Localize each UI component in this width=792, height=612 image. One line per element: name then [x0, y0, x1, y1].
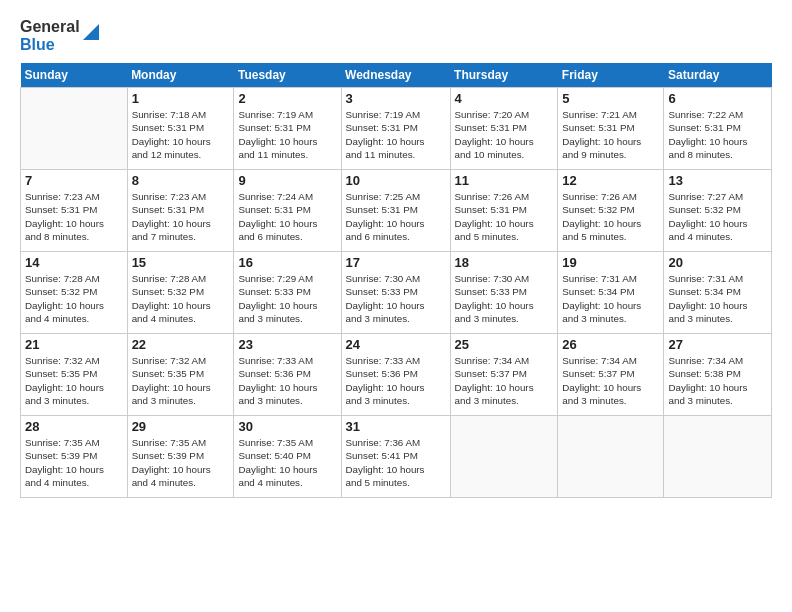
day-info: Sunrise: 7:19 AMSunset: 5:31 PMDaylight:…	[238, 108, 336, 161]
day-number: 25	[455, 337, 554, 352]
day-number: 19	[562, 255, 659, 270]
calendar-cell: 27Sunrise: 7:34 AMSunset: 5:38 PMDayligh…	[664, 334, 772, 416]
calendar-cell: 9Sunrise: 7:24 AMSunset: 5:31 PMDaylight…	[234, 170, 341, 252]
day-info: Sunrise: 7:18 AMSunset: 5:31 PMDaylight:…	[132, 108, 230, 161]
day-number: 1	[132, 91, 230, 106]
calendar-week-row: 28Sunrise: 7:35 AMSunset: 5:39 PMDayligh…	[21, 416, 772, 498]
weekday-header-monday: Monday	[127, 63, 234, 88]
logo: GeneralBlue	[20, 18, 99, 53]
day-info: Sunrise: 7:34 AMSunset: 5:38 PMDaylight:…	[668, 354, 767, 407]
day-info: Sunrise: 7:24 AMSunset: 5:31 PMDaylight:…	[238, 190, 336, 243]
calendar-cell	[558, 416, 664, 498]
day-number: 2	[238, 91, 336, 106]
day-number: 13	[668, 173, 767, 188]
calendar-cell: 23Sunrise: 7:33 AMSunset: 5:36 PMDayligh…	[234, 334, 341, 416]
calendar-week-row: 14Sunrise: 7:28 AMSunset: 5:32 PMDayligh…	[21, 252, 772, 334]
calendar-cell: 26Sunrise: 7:34 AMSunset: 5:37 PMDayligh…	[558, 334, 664, 416]
calendar-cell: 19Sunrise: 7:31 AMSunset: 5:34 PMDayligh…	[558, 252, 664, 334]
calendar-cell: 6Sunrise: 7:22 AMSunset: 5:31 PMDaylight…	[664, 88, 772, 170]
day-number: 8	[132, 173, 230, 188]
day-info: Sunrise: 7:23 AMSunset: 5:31 PMDaylight:…	[25, 190, 123, 243]
calendar-cell: 11Sunrise: 7:26 AMSunset: 5:31 PMDayligh…	[450, 170, 558, 252]
calendar-cell	[664, 416, 772, 498]
day-number: 9	[238, 173, 336, 188]
calendar-cell: 15Sunrise: 7:28 AMSunset: 5:32 PMDayligh…	[127, 252, 234, 334]
day-number: 10	[346, 173, 446, 188]
day-number: 21	[25, 337, 123, 352]
day-info: Sunrise: 7:34 AMSunset: 5:37 PMDaylight:…	[562, 354, 659, 407]
day-number: 12	[562, 173, 659, 188]
logo-triangle	[83, 24, 99, 44]
day-number: 17	[346, 255, 446, 270]
day-info: Sunrise: 7:28 AMSunset: 5:32 PMDaylight:…	[132, 272, 230, 325]
calendar-cell: 14Sunrise: 7:28 AMSunset: 5:32 PMDayligh…	[21, 252, 128, 334]
day-number: 28	[25, 419, 123, 434]
calendar-cell: 8Sunrise: 7:23 AMSunset: 5:31 PMDaylight…	[127, 170, 234, 252]
day-number: 3	[346, 91, 446, 106]
weekday-header-saturday: Saturday	[664, 63, 772, 88]
calendar-week-row: 1Sunrise: 7:18 AMSunset: 5:31 PMDaylight…	[21, 88, 772, 170]
calendar-table: SundayMondayTuesdayWednesdayThursdayFrid…	[20, 63, 772, 498]
calendar-cell: 7Sunrise: 7:23 AMSunset: 5:31 PMDaylight…	[21, 170, 128, 252]
calendar-cell: 2Sunrise: 7:19 AMSunset: 5:31 PMDaylight…	[234, 88, 341, 170]
day-info: Sunrise: 7:22 AMSunset: 5:31 PMDaylight:…	[668, 108, 767, 161]
day-info: Sunrise: 7:35 AMSunset: 5:39 PMDaylight:…	[132, 436, 230, 489]
day-info: Sunrise: 7:28 AMSunset: 5:32 PMDaylight:…	[25, 272, 123, 325]
day-info: Sunrise: 7:26 AMSunset: 5:32 PMDaylight:…	[562, 190, 659, 243]
svg-marker-0	[83, 24, 99, 40]
day-info: Sunrise: 7:30 AMSunset: 5:33 PMDaylight:…	[346, 272, 446, 325]
calendar-cell: 5Sunrise: 7:21 AMSunset: 5:31 PMDaylight…	[558, 88, 664, 170]
calendar-cell: 1Sunrise: 7:18 AMSunset: 5:31 PMDaylight…	[127, 88, 234, 170]
calendar-cell: 31Sunrise: 7:36 AMSunset: 5:41 PMDayligh…	[341, 416, 450, 498]
weekday-header-wednesday: Wednesday	[341, 63, 450, 88]
calendar-cell: 25Sunrise: 7:34 AMSunset: 5:37 PMDayligh…	[450, 334, 558, 416]
day-number: 18	[455, 255, 554, 270]
day-number: 24	[346, 337, 446, 352]
weekday-header-tuesday: Tuesday	[234, 63, 341, 88]
day-number: 30	[238, 419, 336, 434]
calendar-cell: 17Sunrise: 7:30 AMSunset: 5:33 PMDayligh…	[341, 252, 450, 334]
weekday-header-sunday: Sunday	[21, 63, 128, 88]
day-number: 20	[668, 255, 767, 270]
weekday-header-thursday: Thursday	[450, 63, 558, 88]
calendar-cell: 3Sunrise: 7:19 AMSunset: 5:31 PMDaylight…	[341, 88, 450, 170]
calendar-cell: 18Sunrise: 7:30 AMSunset: 5:33 PMDayligh…	[450, 252, 558, 334]
day-info: Sunrise: 7:19 AMSunset: 5:31 PMDaylight:…	[346, 108, 446, 161]
calendar-cell: 13Sunrise: 7:27 AMSunset: 5:32 PMDayligh…	[664, 170, 772, 252]
day-info: Sunrise: 7:20 AMSunset: 5:31 PMDaylight:…	[455, 108, 554, 161]
day-number: 23	[238, 337, 336, 352]
day-number: 16	[238, 255, 336, 270]
day-info: Sunrise: 7:30 AMSunset: 5:33 PMDaylight:…	[455, 272, 554, 325]
calendar-cell: 24Sunrise: 7:33 AMSunset: 5:36 PMDayligh…	[341, 334, 450, 416]
calendar-cell: 30Sunrise: 7:35 AMSunset: 5:40 PMDayligh…	[234, 416, 341, 498]
day-info: Sunrise: 7:27 AMSunset: 5:32 PMDaylight:…	[668, 190, 767, 243]
calendar-header-row: SundayMondayTuesdayWednesdayThursdayFrid…	[21, 63, 772, 88]
day-info: Sunrise: 7:23 AMSunset: 5:31 PMDaylight:…	[132, 190, 230, 243]
calendar-cell: 22Sunrise: 7:32 AMSunset: 5:35 PMDayligh…	[127, 334, 234, 416]
day-number: 14	[25, 255, 123, 270]
day-number: 15	[132, 255, 230, 270]
calendar-week-row: 7Sunrise: 7:23 AMSunset: 5:31 PMDaylight…	[21, 170, 772, 252]
day-number: 27	[668, 337, 767, 352]
day-number: 11	[455, 173, 554, 188]
day-number: 26	[562, 337, 659, 352]
header: GeneralBlue	[20, 18, 772, 53]
day-info: Sunrise: 7:36 AMSunset: 5:41 PMDaylight:…	[346, 436, 446, 489]
day-number: 31	[346, 419, 446, 434]
day-info: Sunrise: 7:35 AMSunset: 5:39 PMDaylight:…	[25, 436, 123, 489]
day-info: Sunrise: 7:26 AMSunset: 5:31 PMDaylight:…	[455, 190, 554, 243]
logo-text: GeneralBlue	[20, 18, 80, 53]
day-info: Sunrise: 7:33 AMSunset: 5:36 PMDaylight:…	[238, 354, 336, 407]
day-number: 29	[132, 419, 230, 434]
day-number: 22	[132, 337, 230, 352]
day-number: 7	[25, 173, 123, 188]
calendar-week-row: 21Sunrise: 7:32 AMSunset: 5:35 PMDayligh…	[21, 334, 772, 416]
calendar-cell: 10Sunrise: 7:25 AMSunset: 5:31 PMDayligh…	[341, 170, 450, 252]
day-info: Sunrise: 7:35 AMSunset: 5:40 PMDaylight:…	[238, 436, 336, 489]
calendar-cell: 29Sunrise: 7:35 AMSunset: 5:39 PMDayligh…	[127, 416, 234, 498]
day-info: Sunrise: 7:33 AMSunset: 5:36 PMDaylight:…	[346, 354, 446, 407]
calendar-cell	[450, 416, 558, 498]
calendar-cell	[21, 88, 128, 170]
calendar-cell: 28Sunrise: 7:35 AMSunset: 5:39 PMDayligh…	[21, 416, 128, 498]
day-info: Sunrise: 7:25 AMSunset: 5:31 PMDaylight:…	[346, 190, 446, 243]
